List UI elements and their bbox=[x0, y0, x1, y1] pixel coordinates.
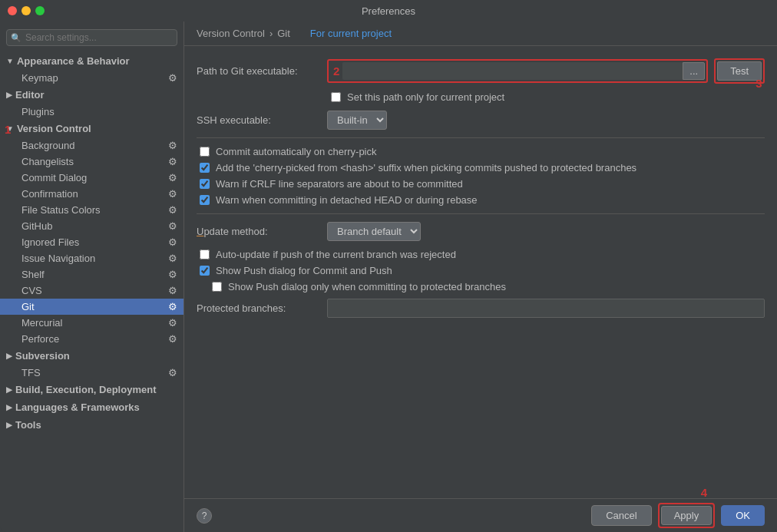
sidebar-item-perforce[interactable]: Perforce ⚙ bbox=[0, 331, 184, 347]
sidebar-item-plugins[interactable]: Plugins bbox=[0, 104, 184, 120]
expand-arrow: ▶ bbox=[6, 91, 12, 99]
sidebar-item-label: CVS bbox=[21, 285, 42, 296]
warn-crlf-checkbox[interactable] bbox=[200, 179, 210, 189]
sidebar-item-git[interactable]: Git ⚙ bbox=[0, 299, 184, 315]
main-content: 🔍 ▼ Appearance & Behavior Keymap ⚙ ▶ Edi… bbox=[0, 21, 777, 532]
cancel-button[interactable]: Cancel bbox=[591, 505, 651, 526]
search-icon: 🔍 bbox=[11, 33, 21, 43]
sidebar-item-version-control[interactable]: ▼ Version Control bbox=[0, 120, 184, 137]
apply-wrapper: 4 Apply bbox=[658, 503, 716, 528]
set-path-row: Set this path only for current project bbox=[197, 91, 765, 103]
warn-crlf-label: Warn if CRLF line separators are about t… bbox=[216, 178, 463, 190]
path-to-git-row: Path to Git executable: 2 /usr/bin/git .… bbox=[197, 58, 765, 84]
settings-icon: ⚙ bbox=[168, 253, 177, 264]
test-btn-wrapper: 3 Test bbox=[714, 58, 765, 84]
help-button[interactable]: ? bbox=[197, 508, 212, 524]
protected-branches-row: Protected branches: master bbox=[197, 299, 765, 318]
path-input[interactable]: /usr/bin/git bbox=[342, 62, 683, 80]
sidebar-item-label: Issue Navigation bbox=[21, 253, 95, 264]
auto-update-checkbox[interactable] bbox=[200, 249, 210, 259]
sidebar-item-label: Build, Execution, Deployment bbox=[15, 384, 156, 395]
show-push-label: Show Push dialog for Commit and Push bbox=[216, 265, 392, 276]
breadcrumb-link[interactable]: For current project bbox=[310, 28, 392, 39]
sidebar-item-background[interactable]: Background ⚙ bbox=[0, 137, 184, 154]
sidebar-item-label: Background bbox=[21, 140, 74, 151]
sidebar-item-changelists[interactable]: Changelists ⚙ bbox=[0, 154, 184, 170]
sidebar-item-label: Git bbox=[21, 301, 35, 312]
expand-arrow: ▶ bbox=[6, 385, 12, 394]
sidebar-item-mercurial[interactable]: Mercurial ⚙ bbox=[0, 315, 184, 331]
maximize-button[interactable] bbox=[35, 6, 45, 15]
settings-icon: ⚙ bbox=[168, 72, 177, 84]
cherry-suffix-label: Add the 'cherry-picked from <hash>' suff… bbox=[216, 162, 636, 173]
cherry-suffix-checkbox[interactable] bbox=[200, 163, 210, 173]
sidebar-item-confirmation[interactable]: Confirmation ⚙ bbox=[0, 186, 184, 202]
auto-update-label: Auto-update if push of the current branc… bbox=[216, 249, 456, 260]
sidebar-item-label: Appearance & Behavior bbox=[17, 55, 130, 67]
search-box[interactable]: 🔍 bbox=[6, 29, 177, 46]
sidebar-item-label: Changelists bbox=[21, 156, 74, 167]
annotation-3: 3 bbox=[756, 77, 762, 90]
sidebar-item-label: Confirmation bbox=[21, 188, 78, 200]
right-panel: Version Control › Git For current projec… bbox=[184, 21, 777, 532]
settings-icon: ⚙ bbox=[168, 188, 177, 200]
sidebar: 🔍 ▼ Appearance & Behavior Keymap ⚙ ▶ Edi… bbox=[0, 21, 184, 532]
sidebar-item-subversion[interactable]: ▶ Subversion bbox=[0, 347, 184, 365]
ok-button[interactable]: OK bbox=[721, 505, 765, 526]
sidebar-item-label: Tools bbox=[15, 419, 41, 431]
sidebar-item-shelf[interactable]: Shelf ⚙ bbox=[0, 266, 184, 283]
window-title: Preferences bbox=[362, 5, 415, 17]
sidebar-item-languages[interactable]: ▶ Languages & Frameworks bbox=[0, 398, 184, 416]
sidebar-item-editor[interactable]: ▶ Editor bbox=[0, 86, 184, 104]
footer-left: ? bbox=[197, 508, 212, 524]
expand-arrow: ▼ bbox=[6, 57, 14, 65]
sidebar-item-tools[interactable]: ▶ Tools bbox=[0, 416, 184, 434]
show-push-sub-checkbox[interactable] bbox=[212, 282, 222, 292]
divider-1 bbox=[197, 137, 765, 138]
apply-btn-wrapper: Apply bbox=[658, 503, 716, 528]
show-push-checkbox[interactable] bbox=[200, 266, 210, 276]
sidebar-item-ignored-files[interactable]: Ignored Files ⚙ bbox=[0, 234, 184, 250]
window-controls bbox=[8, 6, 45, 15]
apply-button[interactable]: Apply bbox=[661, 506, 713, 525]
sidebar-item-file-status-colors[interactable]: File Status Colors ⚙ bbox=[0, 202, 184, 218]
settings-icon: ⚙ bbox=[168, 301, 177, 312]
protected-label: Protected branches: bbox=[197, 302, 327, 314]
sidebar-item-label: Subversion bbox=[15, 350, 70, 362]
minimize-button[interactable] bbox=[21, 6, 31, 15]
panel-body: Path to Git executable: 2 /usr/bin/git .… bbox=[184, 46, 777, 498]
warn-detached-checkbox[interactable] bbox=[200, 195, 210, 205]
update-method-select[interactable]: Branch default bbox=[327, 222, 421, 241]
sidebar-item-label: GitHub bbox=[21, 220, 52, 232]
sidebar-item-github[interactable]: GitHub ⚙ bbox=[0, 218, 184, 234]
path-label: Path to Git executable: bbox=[197, 65, 327, 77]
set-path-checkbox[interactable] bbox=[331, 92, 341, 102]
ssh-label: SSH executable: bbox=[197, 114, 327, 126]
update-method-row: Update method: Branch default bbox=[197, 222, 765, 241]
settings-icon: ⚙ bbox=[168, 172, 177, 183]
warn-crlf-row: Warn if CRLF line separators are about t… bbox=[197, 178, 765, 190]
protected-input[interactable]: master bbox=[327, 299, 765, 318]
sidebar-item-keymap[interactable]: Keymap ⚙ bbox=[0, 70, 184, 86]
show-push-sub-label: Show Push dialog only when committing to… bbox=[228, 281, 506, 292]
sidebar-item-label: Plugins bbox=[21, 106, 55, 117]
footer-right: Cancel 4 Apply OK bbox=[591, 503, 765, 528]
close-button[interactable] bbox=[8, 6, 17, 15]
sidebar-item-label: Commit Dialog bbox=[21, 172, 87, 183]
auto-commit-checkbox[interactable] bbox=[200, 147, 210, 157]
sidebar-item-tfs[interactable]: TFS ⚙ bbox=[0, 365, 184, 381]
annotation-2: 2 bbox=[333, 64, 339, 78]
sidebar-item-label: Editor bbox=[15, 89, 45, 101]
settings-icon: ⚙ bbox=[168, 317, 177, 329]
sidebar-item-label: Perforce bbox=[21, 333, 59, 345]
sidebar-item-label: Mercurial bbox=[21, 317, 62, 329]
sidebar-item-commit-dialog[interactable]: Commit Dialog ⚙ bbox=[0, 170, 184, 186]
sidebar-item-appearance[interactable]: ▼ Appearance & Behavior bbox=[0, 52, 184, 70]
browse-button[interactable]: ... bbox=[683, 62, 705, 80]
ssh-select[interactable]: Built-in bbox=[327, 111, 387, 130]
sidebar-item-build[interactable]: ▶ Build, Execution, Deployment bbox=[0, 381, 184, 398]
sidebar-item-issue-navigation[interactable]: Issue Navigation ⚙ bbox=[0, 250, 184, 266]
search-input[interactable] bbox=[6, 29, 177, 46]
sidebar-item-label: Shelf bbox=[21, 269, 45, 280]
sidebar-item-cvs[interactable]: CVS ⚙ bbox=[0, 283, 184, 299]
